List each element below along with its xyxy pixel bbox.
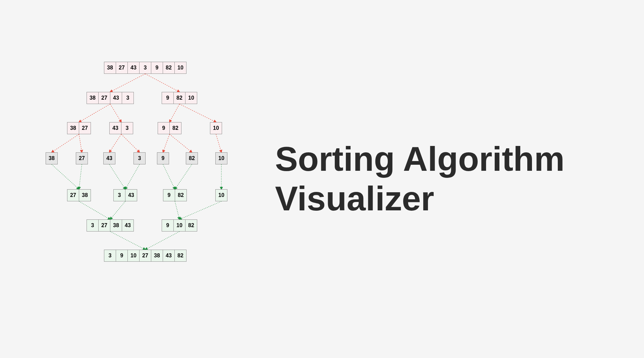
node-n4: 433	[109, 122, 133, 134]
cell: 9	[162, 219, 174, 232]
cell: 3	[104, 250, 116, 262]
node-n16: 982	[163, 189, 187, 201]
cell: 9	[151, 62, 163, 74]
edge	[110, 232, 146, 250]
diagram-edges	[7, 58, 268, 300]
cell: 82	[175, 189, 187, 201]
edge	[79, 134, 82, 152]
cell: 10	[210, 122, 222, 134]
cell: 3	[133, 152, 146, 164]
cell: 27	[116, 62, 128, 74]
cell: 38	[79, 189, 91, 201]
cell: 10	[174, 62, 186, 74]
edge	[179, 201, 221, 219]
cell: 82	[163, 62, 175, 74]
edge	[52, 164, 79, 189]
node-n10: 3	[133, 152, 146, 164]
edge	[79, 201, 110, 219]
cell: 38	[151, 250, 163, 262]
edge	[110, 104, 121, 122]
edge	[110, 74, 146, 92]
cell: 38	[104, 62, 116, 74]
edge	[175, 164, 192, 189]
node-n7: 38	[46, 152, 58, 164]
edge	[109, 164, 125, 189]
edge	[145, 232, 179, 250]
cell: 43	[125, 189, 137, 201]
edge	[163, 134, 170, 152]
edge	[125, 164, 140, 189]
cell: 10	[185, 92, 197, 104]
cell: 3	[113, 189, 125, 201]
cell: 9	[163, 189, 175, 201]
cell: 10	[127, 250, 140, 262]
cell: 43	[127, 62, 140, 74]
node-n0: 382743398210	[104, 62, 186, 74]
cell: 27	[98, 219, 110, 232]
merge-sort-tree-diagram: 3827433982103827433982103827433982103827…	[7, 58, 268, 300]
edge	[170, 134, 192, 152]
cell: 43	[109, 122, 121, 134]
node-n14: 2738	[67, 189, 91, 201]
node-n17: 10	[215, 189, 227, 201]
cell: 38	[67, 122, 79, 134]
edge	[79, 164, 82, 189]
cell: 3	[121, 122, 133, 134]
cell: 3	[87, 219, 99, 232]
node-n6: 10	[210, 122, 222, 134]
cell: 3	[122, 92, 134, 104]
cell: 9	[162, 92, 174, 104]
node-n12: 82	[186, 152, 198, 164]
edge	[175, 201, 180, 219]
cell: 43	[110, 92, 122, 104]
cell: 43	[103, 152, 115, 164]
cell: 9	[158, 122, 170, 134]
node-n19: 91082	[162, 219, 197, 232]
cell: 82	[185, 219, 197, 232]
cell: 27	[139, 250, 151, 262]
edge	[145, 74, 179, 92]
cell: 82	[169, 122, 181, 134]
node-n2: 98210	[162, 92, 197, 104]
cell: 38	[46, 152, 58, 164]
edge	[79, 104, 110, 122]
edge	[121, 134, 140, 152]
edge	[216, 134, 221, 152]
edge	[109, 134, 121, 152]
cell: 82	[174, 250, 186, 262]
cell: 43	[122, 219, 134, 232]
cell: 38	[87, 92, 99, 104]
node-n3: 3827	[67, 122, 91, 134]
cell: 27	[76, 152, 88, 164]
edge	[110, 201, 125, 219]
cell: 27	[67, 189, 79, 201]
cell: 9	[157, 152, 169, 164]
cell: 38	[110, 219, 122, 232]
cell: 43	[163, 250, 175, 262]
cell: 82	[173, 92, 185, 104]
cell: 10	[173, 219, 185, 232]
cell: 27	[98, 92, 110, 104]
cell: 10	[215, 189, 227, 201]
node-n5: 982	[158, 122, 181, 134]
cell: 9	[116, 250, 128, 262]
page-title: Sorting Algorithm Visualizer	[275, 140, 631, 218]
node-n20: 391027384382	[104, 250, 186, 262]
node-n11: 9	[157, 152, 169, 164]
cell: 10	[215, 152, 227, 164]
node-n15: 343	[113, 189, 137, 201]
node-n8: 27	[76, 152, 88, 164]
node-n9: 43	[103, 152, 115, 164]
cell: 27	[79, 122, 91, 134]
edge	[170, 104, 180, 122]
node-n18: 3273843	[87, 219, 134, 232]
edge	[179, 104, 216, 122]
node-n13: 10	[215, 152, 227, 164]
cell: 3	[139, 62, 151, 74]
cell: 82	[186, 152, 198, 164]
edge	[52, 134, 79, 152]
edge	[163, 164, 175, 189]
node-n1: 3827433	[87, 92, 134, 104]
